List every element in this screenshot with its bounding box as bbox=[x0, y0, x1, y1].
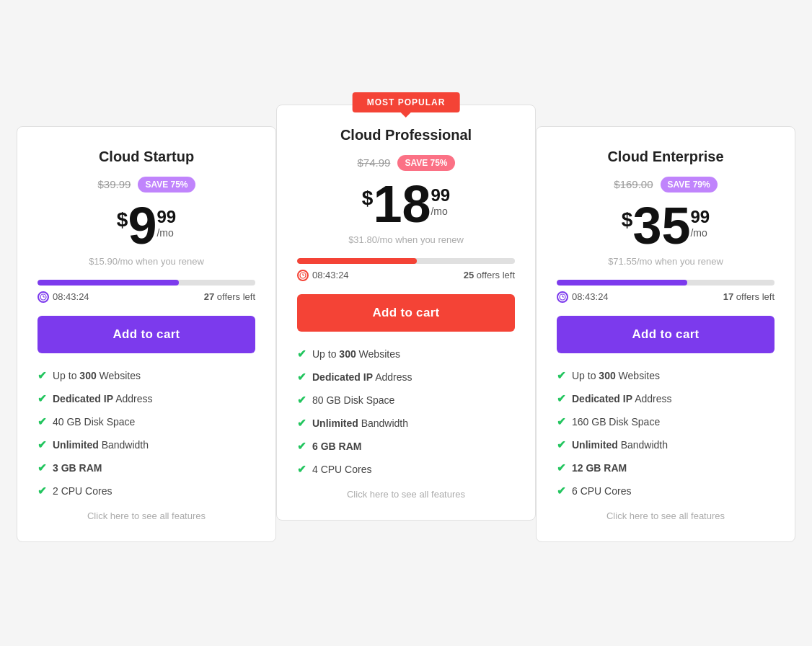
progress-bar-fill bbox=[37, 280, 179, 286]
price-cents: 99 bbox=[431, 187, 450, 204]
timer-row: 08:43:24 27 offers left bbox=[37, 291, 255, 303]
feature-text: 3 GB RAM bbox=[53, 462, 102, 474]
check-icon: ✔ bbox=[297, 371, 306, 384]
features-list: ✔ Up to 300 Websites ✔ Dedicated IP Addr… bbox=[557, 369, 775, 497]
save-badge: SAVE 75% bbox=[397, 155, 454, 171]
feature-text: 80 GB Disk Space bbox=[312, 394, 394, 406]
feature-item: ✔ 6 CPU Cores bbox=[557, 485, 775, 497]
progress-bar-bg bbox=[37, 280, 255, 286]
renew-text: $71.55/mo when you renew bbox=[557, 256, 775, 267]
add-to-cart-button[interactable]: Add to cart bbox=[557, 316, 775, 353]
plan-name: Cloud Startup bbox=[37, 149, 255, 165]
feature-text: Unlimited Bandwidth bbox=[572, 439, 668, 451]
feature-text: 12 GB RAM bbox=[572, 462, 627, 474]
price-original-row: $169.00 SAVE 79% bbox=[557, 177, 775, 193]
price-original: $74.99 bbox=[357, 156, 390, 169]
see-all-link[interactable]: Click here to see all features bbox=[37, 510, 255, 521]
timer-value: 08:43:24 bbox=[572, 291, 609, 302]
price-cents: 99 bbox=[690, 208, 710, 226]
price-per: /mo bbox=[156, 227, 176, 239]
check-icon: ✔ bbox=[37, 369, 47, 382]
renew-text: $31.80/mo when you renew bbox=[297, 234, 515, 245]
check-icon: ✔ bbox=[297, 348, 306, 360]
timer-left: 08:43:24 bbox=[297, 270, 349, 281]
feature-text: 2 CPU Cores bbox=[53, 485, 112, 497]
save-badge: SAVE 79% bbox=[661, 177, 718, 193]
renew-text: $15.90/mo when you renew bbox=[37, 256, 255, 267]
price-per: /mo bbox=[431, 205, 450, 217]
plan-name: Cloud Enterprise bbox=[557, 149, 775, 165]
price-main: $ 9 99 /mo bbox=[37, 200, 255, 252]
clock-icon bbox=[557, 291, 568, 303]
check-icon: ✔ bbox=[557, 369, 566, 382]
progress-container bbox=[557, 280, 775, 286]
price-int: 18 bbox=[373, 178, 431, 230]
price-right: 99 /mo bbox=[156, 208, 176, 239]
pricing-card-enterprise: Cloud Enterprise $169.00 SAVE 79% $ 35 9… bbox=[536, 126, 795, 542]
see-all-link[interactable]: Click here to see all features bbox=[557, 510, 775, 521]
price-right: 99 /mo bbox=[431, 187, 450, 217]
feature-text: Dedicated IP Address bbox=[572, 393, 672, 404]
offers-left: 27 offers left bbox=[204, 291, 255, 302]
price-original-row: $39.99 SAVE 75% bbox=[37, 177, 255, 193]
add-to-cart-button[interactable]: Add to cart bbox=[37, 316, 255, 353]
feature-item: ✔ Up to 300 Websites bbox=[37, 369, 255, 382]
feature-item: ✔ 40 GB Disk Space bbox=[37, 415, 255, 428]
feature-text: Unlimited Bandwidth bbox=[53, 439, 149, 451]
see-all-link[interactable]: Click here to see all features bbox=[297, 489, 515, 500]
feature-text: 40 GB Disk Space bbox=[53, 416, 135, 428]
check-icon: ✔ bbox=[557, 438, 566, 451]
progress-container bbox=[297, 258, 515, 264]
price-right: 99 /mo bbox=[690, 208, 710, 239]
check-icon: ✔ bbox=[297, 394, 306, 407]
plan-name: Cloud Professional bbox=[297, 127, 515, 143]
pricing-wrapper: Cloud Startup $39.99 SAVE 75% $ 9 99 /mo… bbox=[17, 105, 795, 542]
check-icon: ✔ bbox=[557, 392, 566, 405]
price-int: 9 bbox=[128, 200, 156, 252]
check-icon: ✔ bbox=[557, 461, 566, 474]
offers-left: 25 offers left bbox=[464, 270, 515, 280]
check-icon: ✔ bbox=[37, 392, 47, 405]
price-dollar: $ bbox=[362, 187, 374, 210]
offers-left: 17 offers left bbox=[723, 291, 775, 302]
check-icon: ✔ bbox=[557, 415, 566, 428]
features-list: ✔ Up to 300 Websites ✔ Dedicated IP Addr… bbox=[37, 369, 255, 497]
pricing-card-professional: MOST POPULARCloud Professional $74.99 SA… bbox=[276, 105, 536, 521]
pricing-card-startup: Cloud Startup $39.99 SAVE 75% $ 9 99 /mo… bbox=[17, 126, 276, 542]
feature-item: ✔ Up to 300 Websites bbox=[557, 369, 775, 382]
feature-item: ✔ Unlimited Bandwidth bbox=[297, 417, 515, 430]
price-dollar: $ bbox=[622, 208, 633, 231]
check-icon: ✔ bbox=[37, 485, 47, 497]
price-per: /mo bbox=[690, 227, 710, 239]
feature-item: ✔ 160 GB Disk Space bbox=[557, 415, 775, 428]
feature-text: 6 GB RAM bbox=[312, 441, 361, 452]
timer-row: 08:43:24 17 offers left bbox=[557, 291, 775, 303]
check-icon: ✔ bbox=[557, 485, 566, 497]
timer-left: 08:43:24 bbox=[557, 291, 609, 303]
progress-bar-fill bbox=[297, 258, 417, 264]
feature-item: ✔ 12 GB RAM bbox=[557, 461, 775, 474]
check-icon: ✔ bbox=[297, 417, 306, 430]
feature-item: ✔ Up to 300 Websites bbox=[297, 348, 515, 360]
feature-item: ✔ Dedicated IP Address bbox=[37, 392, 255, 405]
price-int: 35 bbox=[632, 200, 690, 252]
check-icon: ✔ bbox=[37, 438, 47, 451]
timer-row: 08:43:24 25 offers left bbox=[297, 270, 515, 281]
progress-bar-fill bbox=[557, 280, 687, 286]
price-main: $ 18 99 /mo bbox=[297, 178, 515, 230]
price-dollar: $ bbox=[117, 208, 128, 231]
price-original-row: $74.99 SAVE 75% bbox=[297, 155, 515, 171]
add-to-cart-button[interactable]: Add to cart bbox=[297, 294, 515, 332]
most-popular-badge: MOST POPULAR bbox=[353, 92, 460, 112]
clock-icon bbox=[297, 270, 309, 281]
check-icon: ✔ bbox=[297, 440, 306, 453]
feature-text: Up to 300 Websites bbox=[53, 370, 141, 381]
features-list: ✔ Up to 300 Websites ✔ Dedicated IP Addr… bbox=[297, 348, 515, 476]
timer-value: 08:43:24 bbox=[53, 291, 89, 302]
feature-item: ✔ 80 GB Disk Space bbox=[297, 394, 515, 407]
feature-text: 160 GB Disk Space bbox=[572, 416, 660, 428]
feature-text: Unlimited Bandwidth bbox=[312, 417, 408, 429]
feature-text: Dedicated IP Address bbox=[312, 371, 412, 383]
feature-item: ✔ 6 GB RAM bbox=[297, 440, 515, 453]
price-cents: 99 bbox=[156, 208, 176, 226]
